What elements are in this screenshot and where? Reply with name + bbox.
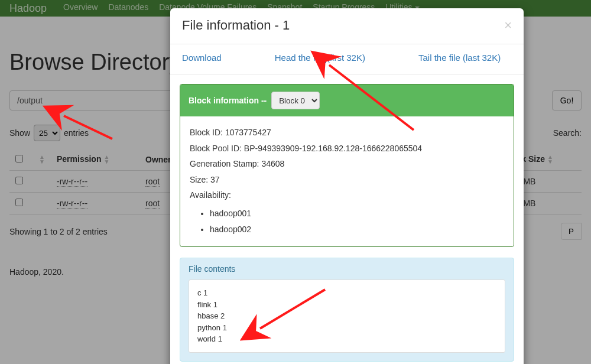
tail-file-link[interactable]: Tail the file (last 32K) <box>418 53 501 63</box>
pool-id-value: BP-949393909-192.168.92.128-166622806550… <box>244 144 422 153</box>
file-contents-text: c 1 flink 1 hbase 2 python 1 world 1 <box>189 280 505 353</box>
modal-title: File information - 1 <box>182 18 290 33</box>
file-contents-panel: File contents c 1 flink 1 hbase 2 python… <box>180 258 514 362</box>
text-cursor <box>325 54 326 63</box>
availability-node: hadoop002 <box>210 222 504 238</box>
file-contents-label: File contents <box>180 258 514 280</box>
gen-stamp-label: Generation Stamp: <box>190 159 261 168</box>
file-info-modal: File information - 1 × Download Head the… <box>170 8 524 364</box>
size-value: 37 <box>210 175 220 184</box>
block-info-panel: Block information -- Block 0 Block ID: 1… <box>180 84 514 247</box>
close-icon[interactable]: × <box>504 19 512 32</box>
block-id-value: 1073775427 <box>225 128 271 137</box>
pool-id-label: Block Pool ID: <box>190 144 244 153</box>
block-select[interactable]: Block 0 <box>271 92 320 109</box>
availability-label: Availability: <box>190 187 504 203</box>
size-label: Size: <box>190 175 210 184</box>
gen-stamp-value: 34608 <box>261 159 284 168</box>
block-id-label: Block ID: <box>190 128 225 137</box>
availability-node: hadoop001 <box>210 206 504 222</box>
download-link[interactable]: Download <box>182 53 222 63</box>
head-file-link[interactable]: Head the file(first 32K) <box>275 53 365 63</box>
block-info-label: Block information -- <box>189 96 267 105</box>
